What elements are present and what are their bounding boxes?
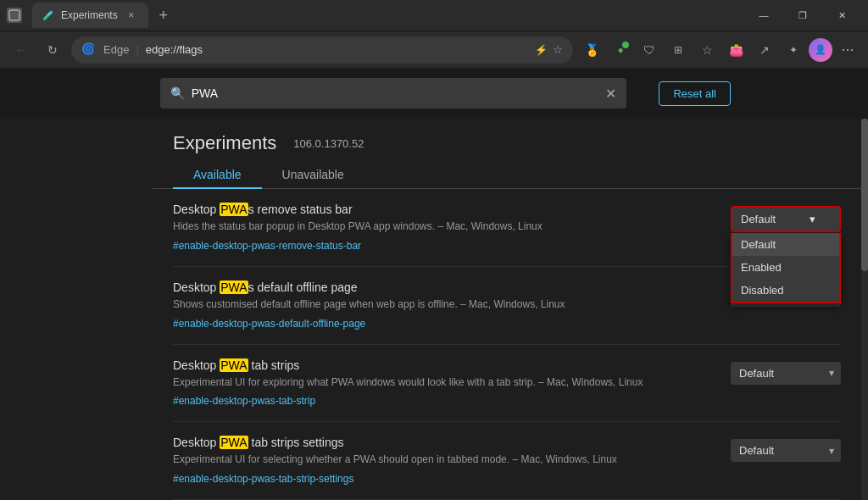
back-button[interactable]: ← xyxy=(7,36,34,64)
dropdown-menu: Default Enabled Disabled xyxy=(731,233,841,303)
flag-desc: Experimental UI for exploring what PWA w… xyxy=(173,375,717,390)
dropdown-open-button[interactable]: Default ▾ xyxy=(731,206,841,232)
scrollbar-track[interactable] xyxy=(861,119,868,500)
tab-unavailable[interactable]: Unavailable xyxy=(262,161,364,188)
nav-bar: ← ↻ 🌀 Edge | edge://flags ⚡ ☆ 🏅 ● 🛡 ⊞ ☆ … xyxy=(0,31,868,68)
highlight-pwa: PWA xyxy=(220,203,248,216)
flag-link[interactable]: #enable-desktop-pwas-tab-strip-settings xyxy=(173,473,353,485)
minimize-button[interactable]: — xyxy=(744,0,783,31)
split-icon: ⚡ xyxy=(535,44,548,56)
flag-link[interactable]: #enable-desktop-pwas-remove-status-bar xyxy=(173,240,361,252)
title-bar: 🧪 Experiments × + — ❐ ✕ xyxy=(0,0,868,31)
flag-title: Desktop PWAs remove status bar xyxy=(173,203,717,216)
tab-label: Experiments xyxy=(61,9,118,21)
tab-available[interactable]: Available xyxy=(173,161,262,188)
browser-essentials-icon[interactable]: 🛡 xyxy=(636,36,663,64)
dropdown-wrapper: Default Enabled Disabled xyxy=(731,362,841,385)
flag-title: Desktop PWA tab strips settings xyxy=(173,436,717,449)
search-box: 🔍 ✕ xyxy=(160,78,626,108)
dropdown-option-default[interactable]: Default xyxy=(732,233,839,256)
dropdown-option-disabled[interactable]: Disabled xyxy=(732,279,839,302)
left-sidebar xyxy=(0,119,153,500)
flag-link[interactable]: #enable-desktop-pwas-tab-strip xyxy=(173,395,315,407)
tab-actions-icon[interactable]: ⊞ xyxy=(665,36,692,64)
profile-avatar[interactable]: 👤 xyxy=(809,38,832,62)
tab-close-button[interactable]: × xyxy=(125,8,138,22)
flag-info: Desktop PWA tab strips Experimental UI f… xyxy=(173,358,717,408)
dropdown-wrapper: Default Enabled Disabled xyxy=(731,439,841,462)
nav-brand-label: Edge xyxy=(103,43,129,56)
star-icon[interactable]: ☆ xyxy=(553,43,563,56)
favorites-icon[interactable]: ☆ xyxy=(693,36,721,64)
refresh-button[interactable]: ↻ xyxy=(39,36,66,64)
copilot-icon[interactable]: ✦ xyxy=(780,36,807,64)
dropdown-option-enabled[interactable]: Enabled xyxy=(732,256,839,279)
search-input[interactable] xyxy=(192,86,598,100)
address-bar[interactable]: 🌀 Edge | edge://flags ⚡ ☆ xyxy=(71,36,573,64)
reset-all-button[interactable]: Reset all xyxy=(659,81,731,106)
share-icon[interactable]: ↗ xyxy=(751,36,778,64)
main-content: Experiments 106.0.1370.52 Available Unav… xyxy=(0,119,868,500)
flag-dropdown[interactable]: Default Enabled Disabled xyxy=(731,362,841,385)
tab-container: 🧪 Experiments × + xyxy=(32,0,175,31)
browser-tab[interactable]: 🧪 Experiments × xyxy=(32,3,148,28)
flag-title: Desktop PWAs default offline page xyxy=(173,281,717,294)
highlight-pwa: PWA xyxy=(220,281,248,294)
flag-control: Default ▾ Default Enabled Disabled xyxy=(731,206,841,232)
tabs-row: Available Unavailable xyxy=(153,161,861,189)
dropdown-chevron-icon: ▾ xyxy=(810,213,815,225)
flag-control: Default Enabled Disabled xyxy=(731,439,841,462)
browser-wallet-icon[interactable]: 👛 xyxy=(722,36,749,64)
flag-info: Desktop PWAs default offline page Shows … xyxy=(173,281,717,331)
search-bar-area: 🔍 ✕ Reset all xyxy=(0,68,868,119)
close-button[interactable]: ✕ xyxy=(822,0,861,31)
rewards-icon[interactable]: 🏅 xyxy=(578,36,605,64)
flag-link[interactable]: #enable-desktop-pwas-default-offline-pag… xyxy=(173,318,365,330)
collections-icon[interactable]: ● xyxy=(607,36,634,64)
version-text: 106.0.1370.52 xyxy=(293,137,364,150)
dropdown-selected-value: Default xyxy=(741,213,776,225)
flag-item: Desktop PWAs remove status bar Hides the… xyxy=(173,189,841,267)
flag-desc: Shows customised default offline page wh… xyxy=(173,297,717,312)
search-clear-button[interactable]: ✕ xyxy=(605,86,616,102)
tab-icon: 🧪 xyxy=(42,10,54,21)
edge-logo-icon: 🌀 xyxy=(81,42,97,58)
flag-info: Desktop PWA tab strips settings Experime… xyxy=(173,436,717,486)
more-menu-button[interactable]: ··· xyxy=(834,36,861,64)
address-icons: ⚡ ☆ xyxy=(535,43,563,56)
flag-item: Desktop PWA tab strips Experimental UI f… xyxy=(173,345,841,423)
window-controls: — ❐ ✕ xyxy=(744,0,861,31)
svg-rect-0 xyxy=(9,10,19,20)
highlight-pwa: PWA xyxy=(220,358,248,372)
content-area: Experiments 106.0.1370.52 Available Unav… xyxy=(153,119,861,500)
flag-desc: Hides the status bar popup in Desktop PW… xyxy=(173,219,717,234)
maximize-button[interactable]: ❐ xyxy=(783,0,822,31)
flag-control: Default Enabled Disabled xyxy=(731,362,841,385)
search-icon: 🔍 xyxy=(170,86,185,100)
flag-desc: Experimental UI for selecting whether a … xyxy=(173,453,717,467)
highlight-pwa: PWA xyxy=(220,436,248,449)
flag-info: Desktop PWAs remove status bar Hides the… xyxy=(173,203,717,253)
address-text: edge://flags xyxy=(146,43,528,56)
flag-dropdown[interactable]: Default Enabled Disabled xyxy=(731,439,841,462)
window-icon xyxy=(7,8,22,23)
flag-title: Desktop PWA tab strips xyxy=(173,358,717,372)
new-tab-button[interactable]: + xyxy=(152,3,175,27)
scrollbar-thumb[interactable] xyxy=(861,119,868,271)
flag-item: Desktop PWA tab strips settings Experime… xyxy=(173,422,841,500)
experiments-header: Experiments 106.0.1370.52 xyxy=(153,119,861,154)
flags-list: Desktop PWAs remove status bar Hides the… xyxy=(153,189,861,500)
title-bar-left: 🧪 Experiments × + xyxy=(7,0,175,31)
address-separator: | xyxy=(136,43,138,56)
page-title: Experiments xyxy=(173,132,276,154)
toolbar-icons: 🏅 ● 🛡 ⊞ ☆ 👛 ↗ ✦ 👤 ··· xyxy=(578,36,861,64)
